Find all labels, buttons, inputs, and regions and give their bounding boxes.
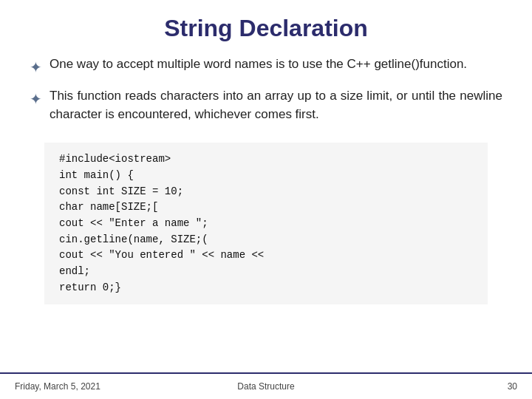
code-line-5: cout << "Enter a name "; bbox=[59, 216, 473, 232]
code-line-6: cin.getline(name, SIZE;( bbox=[59, 232, 473, 248]
bullet-icon-1: ✦ bbox=[30, 57, 42, 78]
slide: String Declaration ✦ One way to accept m… bbox=[0, 0, 532, 399]
bullet-icon-2: ✦ bbox=[30, 89, 42, 110]
code-line-3: const int SIZE = 10; bbox=[59, 184, 473, 200]
footer: Friday, March 5, 2021 Data Structure 30 bbox=[0, 372, 532, 399]
code-line-9: return 0;} bbox=[59, 280, 473, 296]
code-line-2: int main() { bbox=[59, 168, 473, 184]
code-line-8: endl; bbox=[59, 264, 473, 280]
bullet-section: ✦ One way to accept multiple word names … bbox=[30, 55, 502, 132]
bullet-text-1: One way to accept multiple word names is… bbox=[50, 55, 502, 74]
footer-course: Data Structure bbox=[183, 381, 350, 392]
bullet-item-1: ✦ One way to accept multiple word names … bbox=[30, 55, 502, 78]
code-line-1: #include<iostream> bbox=[59, 151, 473, 168]
code-line-7: cout << "You entered " << name << bbox=[59, 248, 473, 264]
bullet-text-2: This function reads characters into an a… bbox=[50, 87, 502, 123]
slide-title: String Declaration bbox=[30, 15, 502, 42]
code-block: #include<iostream> int main() { const in… bbox=[44, 143, 488, 304]
footer-page: 30 bbox=[349, 381, 517, 392]
bullet-item-2: ✦ This function reads characters into an… bbox=[30, 87, 502, 123]
code-line-4: char name[SIZE;[ bbox=[59, 200, 473, 216]
footer-date: Friday, March 5, 2021 bbox=[15, 381, 183, 392]
